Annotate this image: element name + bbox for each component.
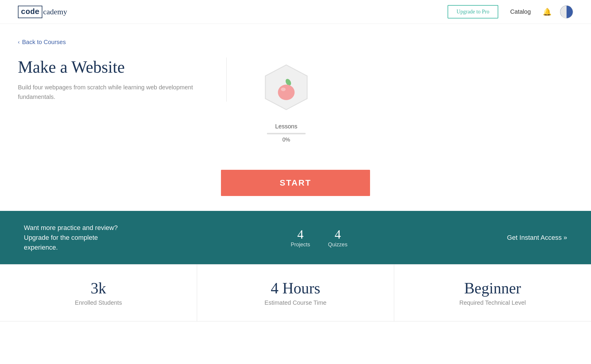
enrolled-students-stat: 3k Enrolled Students xyxy=(0,265,197,321)
course-time-number: 4 Hours xyxy=(271,279,320,297)
catalog-link[interactable]: Catalog xyxy=(510,8,531,15)
stats-row: 3k Enrolled Students 4 Hours Estimated C… xyxy=(0,264,591,321)
logo-academy: cademy xyxy=(43,7,67,16)
course-badge-area: Lessons 0% xyxy=(227,57,310,143)
pro-quizzes-label: Quizzes xyxy=(328,242,347,248)
chevron-left-icon: ‹ xyxy=(18,39,20,45)
course-title: Make a Website xyxy=(18,57,208,77)
technical-level-label: Required Technical Level xyxy=(459,299,526,306)
back-link-label: Back to Courses xyxy=(22,39,66,46)
start-button-area: START xyxy=(18,170,573,211)
course-description: Build four webpages from scratch while l… xyxy=(18,83,208,102)
start-button[interactable]: START xyxy=(221,170,370,196)
pro-banner-stats: 4 Projects 4 Quizzes xyxy=(131,227,507,248)
course-time-label: Estimated Course Time xyxy=(264,299,327,306)
svg-point-3 xyxy=(281,88,286,91)
pro-quizzes-count: 4 xyxy=(335,227,341,242)
navbar: code cademy Upgrade to Pro Catalog 🔔 xyxy=(0,0,591,24)
get-instant-access-button[interactable]: Get Instant Access » xyxy=(507,234,567,242)
logo-code: code xyxy=(21,7,39,16)
upgrade-to-pro-button[interactable]: Upgrade to Pro xyxy=(448,5,498,18)
back-to-courses-link[interactable]: ‹ Back to Courses xyxy=(18,39,66,46)
technical-level-number: Beginner xyxy=(464,279,521,297)
logo-box: code xyxy=(18,6,42,18)
technical-level-stat: Beginner Required Technical Level xyxy=(394,265,591,321)
pro-projects-count: 4 xyxy=(297,227,304,242)
progress-percent: 0% xyxy=(282,137,290,143)
pro-projects-label: Projects xyxy=(291,242,310,248)
pro-banner: Want more practice and review? Upgrade f… xyxy=(0,211,591,264)
enrolled-students-number: 3k xyxy=(91,279,106,297)
main-content: ‹ Back to Courses Make a Website Build f… xyxy=(0,24,591,211)
avatar-inner xyxy=(560,6,573,18)
logo[interactable]: code cademy xyxy=(18,6,67,18)
svg-point-2 xyxy=(278,85,295,100)
pro-quizzes-stat: 4 Quizzes xyxy=(328,227,347,248)
course-badge-hexagon xyxy=(262,63,310,117)
avatar[interactable] xyxy=(560,5,573,18)
badge-label: Lessons xyxy=(275,123,298,130)
course-info: Make a Website Build four webpages from … xyxy=(18,57,227,102)
progress-bar xyxy=(267,133,306,134)
course-time-stat: 4 Hours Estimated Course Time xyxy=(197,265,394,321)
pro-banner-text: Want more practice and review? Upgrade f… xyxy=(24,223,131,252)
apple-icon xyxy=(273,77,300,104)
notification-bell-icon[interactable]: 🔔 xyxy=(543,8,552,16)
enrolled-students-label: Enrolled Students xyxy=(75,299,122,306)
pro-projects-stat: 4 Projects xyxy=(291,227,310,248)
course-header: Make a Website Build four webpages from … xyxy=(18,57,573,158)
